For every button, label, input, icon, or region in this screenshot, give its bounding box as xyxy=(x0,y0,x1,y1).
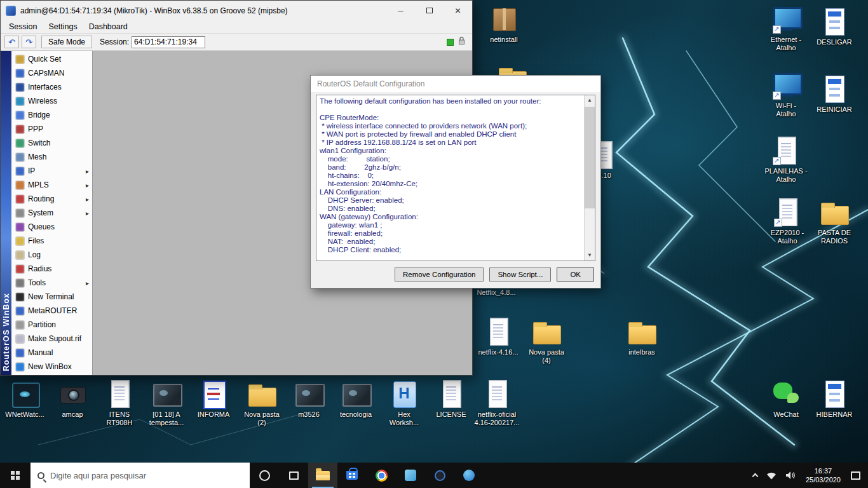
dialog-text-box: The following default configuration has … xyxy=(316,95,595,261)
desktop-icon-netflix-4-16[interactable]: netflix-4.16... xyxy=(475,316,521,356)
desktop-icon-m3526[interactable]: m3526 xyxy=(286,379,332,419)
safe-mode-button[interactable]: Safe Mode xyxy=(41,36,92,48)
desktop-icon-hex-workshop[interactable]: Hex Worksh... xyxy=(381,379,427,427)
sidebar-item-ip[interactable]: IP▸ xyxy=(11,164,92,178)
desktop-icon-ezp2010-atalho[interactable]: EZP2010 - Atalho xyxy=(764,197,810,245)
action-center-button[interactable] xyxy=(846,463,865,488)
sidebar-item-new-terminal[interactable]: New Terminal xyxy=(11,290,92,304)
desktop-icon-planilhas-atalho[interactable]: PLANILHAS - Atalho xyxy=(763,135,809,184)
sidebar-item-capsman[interactable]: CAPsMAN xyxy=(11,66,92,80)
taskbar-clock[interactable]: 16:37 25/03/2020 xyxy=(800,466,846,484)
sidebar-item-make-supout[interactable]: Make Supout.rif xyxy=(11,332,92,346)
volume-button[interactable] xyxy=(781,463,800,488)
tray-chevron-button[interactable] xyxy=(749,463,762,488)
desktop-icon-hibernar[interactable]: HIBERNAR xyxy=(811,379,857,419)
desktop-icon-label: HIBERNAR xyxy=(811,410,857,419)
wifi-icon xyxy=(766,471,776,480)
sidebar-item-routing[interactable]: Routing▸ xyxy=(11,192,92,206)
close-button[interactable]: ✕ xyxy=(444,1,472,20)
redo-button[interactable]: ↷ xyxy=(22,36,36,48)
desktop-icon-pasta-de-radios[interactable]: PASTA DE RADIOS xyxy=(811,197,857,245)
scroll-up-button[interactable]: ▲ xyxy=(585,95,595,105)
taskbar-search[interactable] xyxy=(31,463,250,488)
sidebar-item-log[interactable]: Log xyxy=(11,248,92,262)
desktop-icon-label: Hex Worksh... xyxy=(381,410,427,427)
start-button[interactable] xyxy=(0,463,31,488)
desktop-icon-tecnologia[interactable]: tecnologia xyxy=(333,379,379,419)
desktop-icon-tempestade[interactable]: [01 18] A tempesta... xyxy=(144,379,189,427)
shortcut-arrow-icon xyxy=(773,92,781,100)
sidebar-item-new-winbox[interactable]: New WinBox xyxy=(11,360,92,374)
network-button[interactable] xyxy=(762,463,781,488)
desktop-icon-nova-pasta-4[interactable]: Nova pasta (4) xyxy=(524,316,569,365)
desktop-icon-label: WNetWatc... xyxy=(2,410,48,419)
shortcut-arrow-icon xyxy=(774,219,782,227)
taskbar-cortana-button[interactable] xyxy=(250,463,279,488)
sidebar-item-switch[interactable]: Switch xyxy=(11,136,92,150)
submenu-arrow-icon: ▸ xyxy=(86,280,89,287)
menu-session[interactable]: Session xyxy=(3,21,43,32)
desktop-icon-nova-pasta-2[interactable]: Nova pasta (2) xyxy=(239,379,285,427)
desktop-icon-wechat[interactable]: WeChat xyxy=(763,379,809,419)
scrollbar-track[interactable] xyxy=(585,105,595,250)
undo-button[interactable]: ↶ xyxy=(4,36,19,48)
dialog-scrollbar[interactable]: ▲ ▼ xyxy=(584,95,595,261)
mpls-icon xyxy=(16,181,24,189)
taskbar-photos-button[interactable] xyxy=(396,463,425,488)
sidebar-item-files[interactable]: Files xyxy=(11,234,92,248)
minimize-button[interactable]: ─ xyxy=(386,1,415,20)
sidebar-item-quick-set[interactable]: Quick Set xyxy=(11,52,92,66)
search-input[interactable] xyxy=(50,471,243,480)
menu-settings[interactable]: Settings xyxy=(43,21,83,32)
sidebar-item-interfaces[interactable]: Interfaces xyxy=(11,80,92,94)
radius-icon xyxy=(16,265,24,273)
session-input[interactable] xyxy=(132,36,205,48)
scroll-down-button[interactable]: ▼ xyxy=(585,250,595,261)
desktop-icon-deslig[interactable]: DESLIGAR xyxy=(811,6,857,46)
switch-icon xyxy=(16,139,24,147)
sidebar-item-tools[interactable]: Tools▸ xyxy=(11,276,92,290)
sidebar-item-wireless[interactable]: Wireless xyxy=(11,94,92,108)
wifi-atalho-icon xyxy=(771,70,801,100)
ok-button[interactable]: OK xyxy=(557,268,594,281)
desktop-icon-netflix-oficial[interactable]: netflix-oficial 4.16-200217... xyxy=(474,379,520,427)
desktop-icon-ethernet-atalho[interactable]: Ethernet - Atalho xyxy=(763,4,809,52)
taskbar-chrome-button[interactable] xyxy=(367,463,396,488)
sidebar-item-metarouter[interactable]: MetaROUTER xyxy=(11,304,92,318)
taskbar-skype-button[interactable] xyxy=(454,463,484,488)
cortana-icon xyxy=(259,470,270,481)
desktop-icon-wifi-atalho[interactable]: Wi-Fi - Atalho xyxy=(763,70,809,118)
menu-dashboard[interactable]: Dashboard xyxy=(83,21,133,32)
store-icon xyxy=(346,471,358,480)
desktop-icon-intelbras[interactable]: intelbras xyxy=(619,316,665,356)
photos-icon xyxy=(405,470,416,481)
desktop-icon-informa[interactable]: INFORMA xyxy=(191,379,236,419)
winbox-titlebar[interactable]: admin@64:D1:54:71:19:34 (MikroTik) - Win… xyxy=(1,1,472,20)
taskbar-browser-button[interactable] xyxy=(425,463,454,488)
desktop-icon-wnetwatcher[interactable]: WNetWatc... xyxy=(2,379,48,419)
remove-configuration-button[interactable]: Remove Configuration xyxy=(395,268,484,281)
sidebar-item-bridge[interactable]: Bridge xyxy=(11,108,92,122)
show-script-button[interactable]: Show Script... xyxy=(489,268,551,281)
desktop-icon-license[interactable]: LICENSE xyxy=(428,379,474,419)
sidebar-item-radius[interactable]: Radius xyxy=(11,262,92,276)
lock-icon xyxy=(458,36,466,48)
brand-vertical-text: RouterOS WinBox xyxy=(2,293,11,371)
desktop-icon-itens-rt908h[interactable]: ITENS RT908H xyxy=(97,379,142,427)
sidebar-item-partition[interactable]: Partition xyxy=(11,318,92,332)
taskbar-store-button[interactable] xyxy=(337,463,367,488)
scrollbar-thumb[interactable] xyxy=(585,107,595,208)
taskbar-file-explorer-button[interactable] xyxy=(308,463,337,488)
sidebar-item-ppp[interactable]: PPP xyxy=(11,122,92,136)
sidebar-item-mpls[interactable]: MPLS▸ xyxy=(11,178,92,192)
sidebar-item-queues[interactable]: Queues xyxy=(11,220,92,234)
desktop-icon-reiniciar[interactable]: REINICIAR xyxy=(811,74,857,114)
sidebar-item-mesh[interactable]: Mesh xyxy=(11,150,92,164)
maximize-button[interactable] xyxy=(415,1,444,20)
desktop-icon-amcap[interactable]: amcap xyxy=(50,379,95,419)
desktop-icon-netinstall[interactable]: netinstall xyxy=(481,4,527,44)
sidebar-item-manual[interactable]: Manual xyxy=(11,346,92,360)
taskbar-task-view-button[interactable] xyxy=(279,463,308,488)
tecnologia-icon xyxy=(341,379,371,409)
sidebar-item-system[interactable]: System▸ xyxy=(11,206,92,220)
